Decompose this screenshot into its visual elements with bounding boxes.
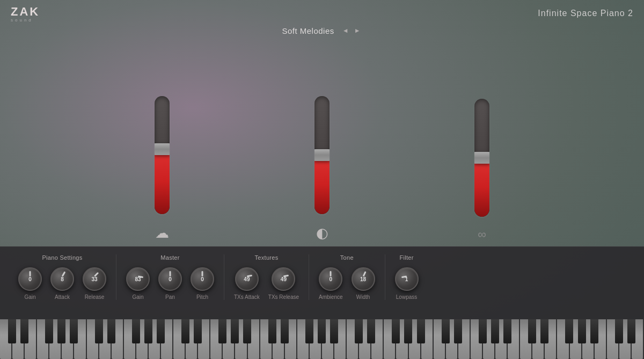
infinity-icon: ∞ — [478, 228, 486, 241]
piano-attack-label: Attack — [55, 294, 70, 300]
black-key[interactable] — [330, 319, 338, 343]
black-key[interactable] — [454, 319, 462, 343]
slider-halfcircle-track[interactable] — [314, 96, 330, 214]
black-key[interactable] — [590, 319, 598, 343]
knob-group-piano-gain: 0 Gain — [18, 267, 42, 300]
master-gain-value: 83 — [135, 276, 141, 282]
black-key[interactable] — [442, 319, 450, 343]
black-key[interactable] — [181, 319, 189, 343]
black-key[interactable] — [627, 319, 635, 343]
black-key[interactable] — [578, 319, 586, 343]
master-pan-knob[interactable]: 0 — [158, 267, 182, 291]
black-key[interactable] — [392, 319, 400, 343]
knob-group-piano-release: 33 Release — [83, 267, 106, 300]
txs-attack-knob[interactable]: 49 — [235, 267, 259, 291]
sliders-area: ☁ ◐ ∞ — [0, 48, 644, 241]
black-key[interactable] — [107, 319, 115, 343]
txs-release-label: TXs Release — [268, 294, 299, 300]
header: ZAK sound Infinite Space Piano 2 — [0, 0, 644, 27]
preset-bar: Soft Melodies ◄ ► — [282, 26, 362, 35]
black-key[interactable] — [404, 319, 412, 343]
knob-group-ambience: 0 Ambience — [319, 267, 342, 300]
black-key[interactable] — [57, 319, 65, 343]
black-key[interactable] — [70, 319, 78, 343]
black-key[interactable] — [540, 319, 548, 343]
black-key[interactable] — [144, 319, 152, 343]
textures-label: Textures — [255, 254, 279, 261]
txs-attack-label: TXs Attack — [234, 294, 260, 300]
black-key[interactable] — [318, 319, 326, 343]
master-pitch-label: Pitch — [196, 294, 208, 300]
black-key[interactable] — [479, 319, 487, 343]
piano-release-knob[interactable]: 33 — [83, 267, 106, 291]
slider-cloud-fill — [155, 149, 170, 214]
master-pitch-knob[interactable]: 0 — [191, 267, 214, 291]
black-key[interactable] — [615, 319, 623, 343]
slider-infinity-thumb[interactable] — [474, 152, 489, 164]
master-pan-value: 0 — [169, 276, 172, 282]
black-key[interactable] — [132, 319, 140, 343]
piano-attack-knob[interactable]: 8 — [50, 267, 74, 291]
master-gain-label: Gain — [132, 294, 143, 300]
width-knob[interactable]: 18 — [352, 267, 375, 291]
cloud-icon: ☁ — [155, 225, 169, 241]
knob-group-txs-release: 49 TXs Release — [268, 267, 299, 300]
black-key[interactable] — [417, 319, 425, 343]
black-key[interactable] — [218, 319, 226, 343]
black-key[interactable] — [8, 319, 16, 343]
ambience-knob[interactable]: 0 — [319, 267, 342, 291]
slider-halfcircle-fill — [314, 155, 330, 214]
master-gain-knob[interactable]: 83 — [126, 267, 150, 291]
master-pan-indicator — [170, 271, 171, 276]
black-key[interactable] — [194, 319, 202, 343]
lowpass-knob[interactable]: 1 — [395, 267, 419, 291]
main-background: ZAK sound Infinite Space Piano 2 Soft Me… — [0, 0, 644, 359]
black-key[interactable] — [503, 319, 511, 343]
preset-next-button[interactable]: ► — [353, 26, 362, 35]
black-key[interactable] — [95, 319, 103, 343]
slider-cloud-track[interactable] — [155, 96, 170, 214]
ambience-label: Ambience — [319, 294, 342, 300]
plugin-name: Infinite Space Piano 2 — [538, 9, 633, 18]
black-key[interactable] — [528, 319, 536, 343]
master-pitch-value: 0 — [201, 276, 204, 282]
txs-release-knob[interactable]: 49 — [272, 267, 295, 291]
piano-gain-label: Gain — [24, 294, 35, 300]
black-key[interactable] — [281, 319, 289, 343]
lowpass-value: 1 — [405, 276, 408, 282]
ambience-indicator — [330, 271, 332, 276]
logo: ZAK sound — [11, 5, 40, 23]
piano-gain-knob[interactable]: 0 — [18, 267, 42, 291]
section-tone: Tone 0 Ambience 18 Width — [309, 254, 385, 300]
slider-infinity-track[interactable] — [474, 99, 489, 217]
black-key[interactable] — [491, 319, 499, 343]
tone-label: Tone — [340, 254, 354, 261]
knob-group-txs-attack: 49 TXs Attack — [234, 267, 260, 300]
section-piano-settings: Piano Settings 0 Gain 8 — [9, 254, 116, 300]
black-key[interactable] — [45, 319, 53, 343]
halfcircle-icon: ◐ — [316, 225, 328, 241]
bottom-panel: Piano Settings 0 Gain 8 — [0, 246, 644, 359]
knob-group-master-gain: 83 Gain — [126, 267, 150, 300]
black-key[interactable] — [355, 319, 363, 343]
piano-keyboard[interactable] — [0, 319, 644, 359]
controls-row: Piano Settings 0 Gain 8 — [0, 247, 644, 317]
piano-release-value: 33 — [91, 276, 97, 282]
piano-gain-value: 0 — [28, 276, 32, 282]
textures-knobs: 49 TXs Attack 49 TXs Release — [234, 267, 299, 300]
black-key[interactable] — [367, 319, 375, 343]
slider-infinity-fill — [474, 158, 489, 217]
section-master: Master 83 Gain 0 Pan — [116, 254, 224, 300]
preset-prev-button[interactable]: ◄ — [341, 26, 350, 35]
black-key[interactable] — [231, 319, 239, 343]
slider-cloud-thumb[interactable] — [155, 143, 170, 155]
black-key[interactable] — [565, 319, 573, 343]
black-key[interactable] — [157, 319, 165, 343]
ambience-value: 0 — [330, 276, 333, 282]
black-key[interactable] — [243, 319, 251, 343]
slider-halfcircle-thumb[interactable] — [314, 149, 330, 161]
piano-attack-value: 8 — [61, 276, 64, 282]
black-key[interactable] — [268, 319, 276, 343]
black-key[interactable] — [20, 319, 28, 343]
black-key[interactable] — [305, 319, 313, 343]
